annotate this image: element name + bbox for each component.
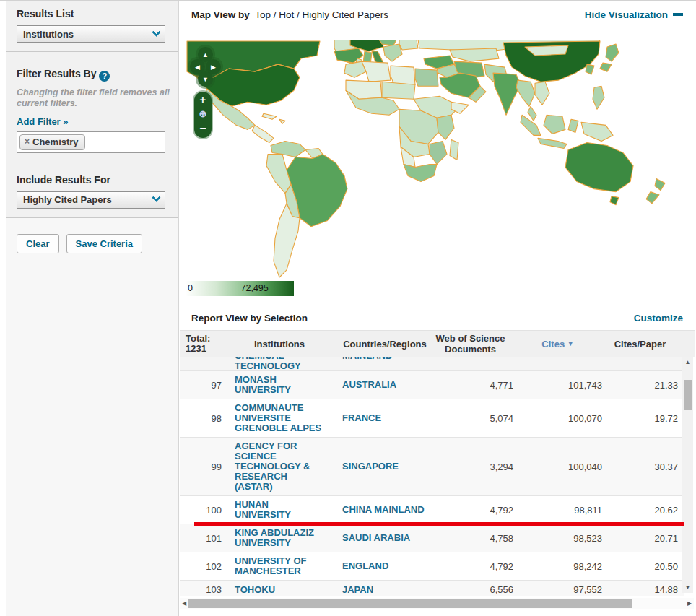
institution-cell: COMMUNAUTE UNIVERSITE GRENOBLE ALPES [235,403,324,433]
documents-cell: 5,074 [427,413,513,424]
main-panel: Map View by Top / Hot / Highly Cited Pap… [180,1,695,616]
rank-cell: 103 [186,584,222,595]
filter-note: Changing the filter field removes all cu… [17,87,170,109]
hide-visualization-link[interactable]: Hide Visualization [585,9,683,20]
table-row-103: 103TOHOKUJAPAN6,55697,55214.88 [180,581,684,596]
documents-cell: 4,758 [427,533,513,544]
map-legend: 0 72,495 [186,281,294,296]
map-zoom-control: + ⊕ − [194,92,212,138]
institution-cell: AGENCY FOR SCIENCE TECHNOLOGY & RESEARCH… [235,441,324,492]
filter-chip-label: Chemistry [32,136,79,147]
collapse-icon [673,13,683,16]
institution-link[interactable]: CHEMICALTECHNOLOGY [235,357,301,371]
cites-per-paper-header: Cites/Paper [602,339,678,350]
institution-link[interactable]: AGENCY FOR SCIENCE TECHNOLOGY & RESEARCH… [235,441,324,492]
vertical-scroll-thumb[interactable] [684,380,692,410]
cites-per-paper-cell: 21.33 [602,380,678,391]
table-row-97: 97MONASH UNIVERSITYAUSTRALIA4,771101,743… [180,371,684,399]
institution-link[interactable]: HUNAN UNIVERSITY [235,500,324,520]
map-pan-control: ▲ ◀ ▶ ▼ [190,47,222,87]
legend-min-value: 0 [188,283,193,293]
scroll-up-arrow[interactable]: ▲ [682,357,693,368]
total-header: Total: 1231 [186,334,222,354]
rank-cell: 98 [186,413,222,424]
table-row-98: 98COMMUNAUTE UNIVERSITE GRENOBLE ALPESFR… [180,399,684,438]
world-map[interactable] [186,40,695,279]
institution-link[interactable]: UNIVERSITY OF MANCHESTER [235,556,324,576]
chevron-down-icon [147,26,165,42]
scroll-down-arrow[interactable]: ▼ [682,582,693,593]
pan-down-button[interactable]: ▼ [198,71,213,87]
filter-chip-chemistry[interactable]: × Chemistry [19,134,85,150]
table-row-102: 102UNIVERSITY OF MANCHESTERENGLAND4,7929… [180,552,684,581]
country-cell: CHINA MAINLAND [342,505,427,515]
zoom-out-button[interactable]: − [199,123,206,134]
save-criteria-button[interactable]: Save Criteria [66,234,143,253]
map-title-prefix: Map View by [191,9,250,20]
help-icon[interactable]: ? [99,71,110,82]
horizontal-scrollbar[interactable]: ◀ ▶ [180,598,694,609]
countries-header: Countries/Regions [342,339,427,350]
filter-section: Filter Results By? Changing the filter f… [6,52,178,162]
cites-per-paper-cell: 30.37 [602,461,678,472]
results-list-selected-value: Institutions [17,29,147,40]
institution-cell: CHEMICALTECHNOLOGY [235,357,324,371]
institution-cell: HUNAN UNIVERSITY [235,500,324,520]
cites-sort-header[interactable]: Cites ▼ [513,339,602,350]
institution-link[interactable]: MONASH UNIVERSITY [235,375,324,395]
cites-cell: 98,523 [513,533,602,544]
customize-link[interactable]: Customize [634,313,683,324]
legend-max-value: 72,495 [241,283,269,293]
scroll-left-arrow[interactable]: ◀ [180,600,188,607]
cites-cell: 101,743 [513,380,602,391]
results-list-select[interactable]: Institutions [17,25,165,43]
table-row-100: 100HUNAN UNIVERSITYCHINA MAINLAND4,79298… [180,496,684,524]
include-results-select[interactable]: Highly Cited Papers [17,191,165,209]
rank-cell: 99 [186,461,222,472]
include-results-section: Include Results For Highly Cited Papers [6,162,178,218]
total-value: 1231 [186,344,222,354]
documents-cell: 4,792 [427,561,513,572]
cites-cell: 100,040 [513,461,602,472]
globe-icon[interactable]: ⊕ [199,109,207,118]
hide-visualization-label: Hide Visualization [585,9,668,20]
rank-cell: 101 [186,533,222,544]
scroll-right-arrow[interactable]: ▶ [685,600,694,607]
country-cell: JAPAN [342,585,427,595]
esi-app: Results List Institutions Filter Results… [0,0,696,616]
table-row-101: 101KING ABDULAZIZ UNIVERSITYSAUDI ARABIA… [180,524,684,552]
rank-cell: 102 [186,561,222,572]
institution-link[interactable]: KING ABDULAZIZ UNIVERSITY [235,528,324,548]
documents-header-line: Documents [427,344,513,355]
clear-button[interactable]: Clear [17,234,59,253]
total-label: Total: [186,334,222,344]
active-filters-box: × Chemistry [17,131,165,153]
documents-cell: 6,556 [427,584,513,595]
institutions-header: Institutions [235,339,324,350]
cites-per-paper-cell: 20.62 [602,505,678,516]
country-cell: AUSTRALIA [342,380,427,390]
report-section: Report View by Selection Customize Total… [180,305,695,596]
institution-link[interactable]: COMMUNAUTE UNIVERSITE GRENOBLE ALPES [235,403,324,433]
map-header: Map View by Top / Hot / Highly Cited Pap… [180,1,695,22]
remove-filter-icon[interactable]: × [25,136,30,147]
sidebar: Results List Institutions Filter Results… [6,1,179,616]
map-title-rest: Top / Hot / Highly Cited Papers [255,9,388,20]
cites-cell: 98,811 [513,505,602,516]
results-list-section: Results List Institutions [6,1,178,52]
table-column-headers: Total: 1231 Institutions Countries/Regio… [180,330,695,357]
report-title: Report View by Selection [191,313,308,324]
sort-down-icon: ▼ [567,340,574,347]
cites-header-label: Cites [541,339,565,350]
highlight-underline [194,522,684,526]
vertical-scrollbar[interactable]: ▲ ▼ [682,357,693,593]
institution-cell: MONASH UNIVERSITY [235,375,324,395]
report-header: Report View by Selection Customize [180,305,695,330]
rank-cell: 100 [186,505,222,516]
institution-link[interactable]: TOHOKU [235,585,275,595]
zoom-in-button[interactable]: + [200,94,206,105]
documents-cell: 4,792 [427,505,513,516]
horizontal-scroll-thumb[interactable] [188,599,632,608]
cites-cell: 98,242 [513,561,602,572]
add-filter-link[interactable]: Add Filter » [17,116,69,127]
